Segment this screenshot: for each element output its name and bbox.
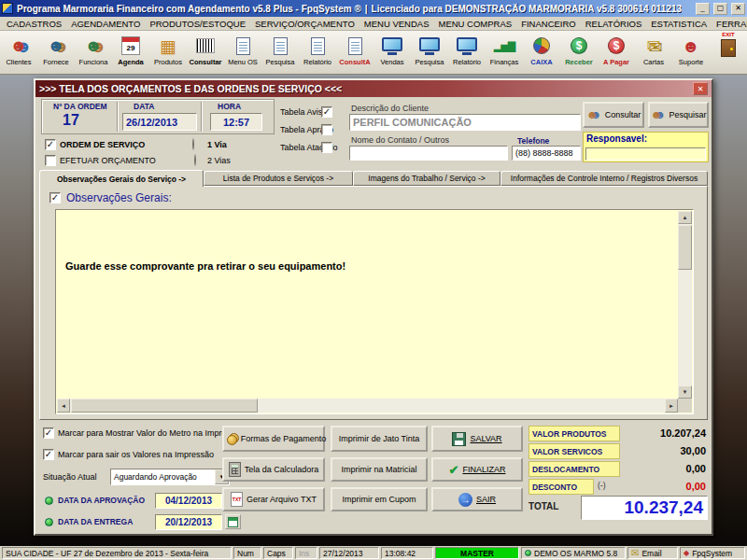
- maximize-button[interactable]: ▢: [713, 3, 727, 15]
- tab-observacoes[interactable]: Observações Gerais do Serviço ->: [39, 170, 204, 187]
- toolbar-vendas[interactable]: Vendas: [374, 31, 411, 74]
- formas-pagamento-button[interactable]: Formas de Pagamento: [222, 426, 325, 452]
- report-document-icon: [311, 37, 325, 55]
- order-date-value[interactable]: 26/12/2013: [122, 113, 197, 131]
- finalize-check-icon: ✔: [449, 463, 459, 477]
- cash-pie-icon: [533, 37, 550, 54]
- toolbar-financas[interactable]: ▂▅▇ Finanças: [486, 31, 523, 74]
- status-email[interactable]: ✉ Email: [627, 547, 678, 559]
- menu-estatistica[interactable]: ESTATISTICA: [646, 19, 712, 29]
- scroll-down-button[interactable]: ▼: [678, 385, 692, 399]
- toolbar-receber[interactable]: $ Receber: [560, 31, 598, 74]
- vertical-scroll-thumb[interactable]: [678, 225, 692, 270]
- tabela-avista-checkbox[interactable]: ✓: [321, 106, 332, 118]
- consultar-button[interactable]: ☻ Consultar: [583, 102, 644, 128]
- menu-servico-orcamento[interactable]: SERVIÇO/ORÇAMENTO: [250, 19, 359, 29]
- menu-financeiro[interactable]: FINANCEIRO: [516, 19, 581, 29]
- toolbar-caixa[interactable]: CAIXA: [523, 31, 560, 74]
- menu-relatorios[interactable]: RELATÓRIOS: [581, 19, 647, 29]
- sair-valores-checkbox[interactable]: ✓: [43, 449, 54, 460]
- time-label: HORA: [218, 102, 241, 111]
- vertical-scrollbar[interactable]: ▲ ▼: [678, 211, 692, 399]
- order-info-group: Nº DA ORDEM 17 DATA 26/12/2013 HORA 12:5…: [41, 99, 275, 134]
- situacao-dropdown[interactable]: Aguardando Aprovação ▼: [110, 469, 230, 485]
- responsavel-input[interactable]: [585, 147, 706, 161]
- cliente-input[interactable]: PERFIL COMUNICAÇÃO: [349, 114, 581, 131]
- toolbar-fornecedores[interactable]: ☻ Fornece: [37, 31, 75, 74]
- responsavel-box: Responsavel:: [583, 132, 709, 162]
- mostrar-metro-label: Marcar para Mostrar Valor do Metro na Im…: [58, 428, 244, 438]
- imprimir-cupom-button[interactable]: Imprimir em Cupom: [331, 487, 428, 511]
- brand-diamond-icon: ◆: [684, 549, 689, 557]
- imprimir-matricial-button[interactable]: Imprimir na Matricial: [331, 457, 428, 482]
- horizontal-scrollbar[interactable]: ◄ ►: [57, 399, 678, 413]
- imprimir-jato-button[interactable]: Imprimir de Jato Tinta: [331, 426, 428, 452]
- contato-input[interactable]: [349, 146, 508, 161]
- tab-controle-interno[interactable]: Informações de Controle Interno / Regist…: [500, 171, 708, 186]
- menu-ferramentas[interactable]: FERRAMENTAS: [712, 19, 747, 29]
- via1-label: 1 Via: [207, 140, 227, 149]
- toolbar-relatorio-os-label: Relatório: [303, 58, 331, 66]
- scroll-up-button[interactable]: ▲: [678, 211, 692, 224]
- menu-agendamento[interactable]: AGENDAMENTO: [66, 19, 145, 29]
- ordem-servico-checkbox[interactable]: ✓: [45, 139, 56, 150]
- employees-people-icon: ☻: [85, 37, 103, 54]
- calculadora-button[interactable]: Tela da Calculadora: [222, 457, 325, 482]
- menu-vendas[interactable]: MENU VENDAS: [359, 19, 434, 29]
- toolbar-produtos[interactable]: ▦ Produtos: [149, 31, 187, 74]
- pesquisar-button[interactable]: ☻ Pesquisar: [648, 102, 709, 128]
- check-icon: ✓: [45, 428, 52, 438]
- tabela-atacado-checkbox[interactable]: ✓: [321, 142, 332, 153]
- via1-radio[interactable]: [192, 138, 194, 150]
- tab-imagens[interactable]: Imagens do Trabalho / Serviço ->: [353, 171, 500, 186]
- toolbar-menu-os[interactable]: Menu OS: [224, 31, 261, 74]
- search-people-icon: ☻: [650, 108, 665, 121]
- toolbar-exit[interactable]: EXIT: [710, 31, 747, 74]
- gerar-txt-button[interactable]: TXT Gerar Arquivo TXT: [222, 487, 325, 511]
- aprovacao-date-field[interactable]: 04/12/2013: [155, 493, 222, 509]
- salvar-button[interactable]: SALVAR: [431, 426, 523, 452]
- toolbar-consulta-os[interactable]: ConsultA: [336, 31, 374, 74]
- toolbar-a-pagar[interactable]: $ A Pagar: [598, 31, 635, 74]
- efetuar-orcamento-checkbox[interactable]: ✓: [45, 155, 56, 166]
- toolbar-suporte[interactable]: ☻ Suporte: [672, 31, 710, 74]
- toolbar-clientes[interactable]: ☻ Clientes: [0, 31, 37, 74]
- finalizar-button[interactable]: ✔ FINALIZAR: [431, 457, 523, 482]
- monitor-stand: [462, 52, 472, 55]
- valor-produtos-value: 10.207,24: [622, 427, 706, 439]
- horizontal-scroll-thumb[interactable]: [71, 399, 258, 413]
- status-date: 27/12/2013: [319, 547, 379, 559]
- menu-cadastros[interactable]: CADASTROS: [2, 19, 66, 29]
- menu-produtos-estoque[interactable]: PRODUTOS/ESTOQUE: [145, 19, 250, 29]
- document-icon-lines: [239, 42, 247, 52]
- exit-door-icon: [721, 39, 736, 57]
- scroll-left-button[interactable]: ◄: [57, 399, 70, 413]
- toolbar-pesquisa-os[interactable]: Pesquisa: [261, 31, 299, 74]
- order-time-value[interactable]: 12:57: [210, 113, 262, 131]
- toolbar-cartas[interactable]: ✉ Cartas: [635, 31, 672, 74]
- telefone-input[interactable]: (88) 8888-8888: [512, 146, 581, 161]
- toolbar-agenda[interactable]: 29 Agenda: [112, 31, 149, 74]
- minimize-button[interactable]: _: [696, 3, 710, 15]
- toolbar-pesquisa-vendas[interactable]: Pesquisa: [411, 31, 448, 74]
- mostrar-metro-checkbox[interactable]: ✓: [43, 427, 54, 439]
- coin: [227, 435, 237, 445]
- menu-compras[interactable]: MENU COMPRAS: [433, 19, 516, 29]
- dialog-close-button[interactable]: ✕: [693, 82, 708, 95]
- observacoes-textarea[interactable]: Guarde esse comprovante pra retirar o se…: [55, 209, 694, 414]
- toolbar-funcionarios[interactable]: ☻ Funciona: [75, 31, 112, 74]
- entrega-calendar-button[interactable]: [225, 514, 241, 529]
- scroll-right-button[interactable]: ►: [665, 399, 678, 413]
- toolbar-relatorio-vendas[interactable]: Relatório: [448, 31, 486, 74]
- toolbar-relatorio-os[interactable]: Relatório: [299, 31, 336, 74]
- observacoes-checkbox[interactable]: ✓: [49, 192, 61, 203]
- situacao-value: Aguardando Aprovação: [111, 472, 215, 482]
- toolbar-consultar-produtos[interactable]: Consultar: [187, 31, 224, 74]
- close-button[interactable]: ✕: [731, 3, 745, 15]
- sair-button[interactable]: → SAIR: [431, 487, 523, 511]
- tab-produtos-servicos[interactable]: Lista de Produtos e Serviços ->: [204, 171, 353, 186]
- entrega-date-field[interactable]: 20/12/2013: [155, 514, 222, 530]
- via2-radio[interactable]: [194, 154, 196, 166]
- tabela-aprazo-checkbox[interactable]: ✓: [321, 124, 332, 135]
- monitor-stand: [388, 52, 397, 55]
